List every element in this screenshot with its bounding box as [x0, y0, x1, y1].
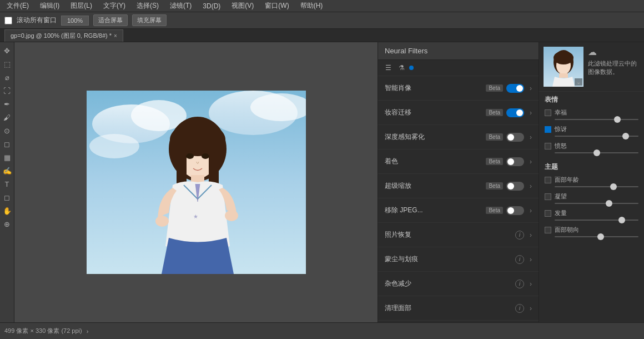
menu-help[interactable]: 帮助(H)	[298, 0, 325, 12]
tab-close-button[interactable]: ×	[114, 33, 117, 39]
canvas-area: ★	[14, 42, 378, 322]
zoom-input[interactable]	[61, 16, 89, 26]
filter-flask-icon[interactable]: ⚗	[396, 62, 407, 73]
chevron-right-icon: ›	[530, 109, 532, 117]
gaze-label: 凝望	[555, 192, 567, 201]
filter-item-photo-sketch[interactable]: 照片素描化 i ›	[378, 321, 539, 322]
filter-name: 蒙尘与划痕	[385, 255, 515, 264]
happiness-slider-track[interactable]	[555, 119, 638, 120]
hair-slider-thumb[interactable]	[618, 217, 625, 223]
menu-3d[interactable]: 3D(D)	[200, 1, 223, 11]
fit-screen-button[interactable]: 适合屏幕	[93, 14, 128, 26]
status-info: 499 像素 × 330 像素 (72 ppi)	[4, 327, 82, 335]
hair-slider-track[interactable]	[555, 220, 638, 221]
filter-badge-beta: Beta	[486, 84, 503, 92]
gradient-tool-icon[interactable]: ▦	[1, 151, 13, 163]
filter-toggle-off[interactable]	[506, 206, 524, 215]
info-icon[interactable]: i	[515, 280, 524, 288]
menu-layer[interactable]: 图层(L)	[68, 0, 94, 12]
menu-view[interactable]: 视图(V)	[229, 0, 256, 12]
filter-toggle-off[interactable]	[506, 133, 524, 142]
face-dir-slider-track[interactable]	[555, 236, 638, 237]
filter-item-photo-restore[interactable]: 照片恢复 i ›	[378, 223, 539, 247]
crop-tool-icon[interactable]: ⛶	[1, 84, 13, 97]
face-age-checkbox[interactable]	[545, 177, 551, 183]
face-dir-label-row: 面部朝向	[545, 226, 638, 234]
menu-file[interactable]: 文件(E)	[4, 0, 31, 12]
chevron-right-icon: ›	[530, 182, 532, 190]
pen-tool-icon[interactable]: ✍	[1, 164, 13, 177]
filter-toggle-off[interactable]	[506, 182, 524, 191]
filter-item-makeup[interactable]: 妆容迁移 Beta ›	[378, 101, 539, 125]
surprise-slider-track[interactable]	[555, 136, 638, 137]
chevron-right-icon: ›	[530, 158, 532, 166]
hand-tool-icon[interactable]: ✋	[1, 205, 13, 217]
filter-item-clean-face[interactable]: 清理面部 i ›	[378, 296, 539, 321]
filter-item-super-zoom[interactable]: 超级缩放 Beta ›	[378, 174, 539, 198]
canvas-svg: ★	[87, 91, 306, 274]
shape-tool-icon[interactable]: ◻	[1, 191, 13, 203]
cloud-icon: ☁	[588, 47, 640, 57]
menu-select[interactable]: 选择(S)	[134, 0, 161, 12]
filter-item-remove-jpeg[interactable]: 移除 JPEG... Beta ›	[378, 198, 539, 223]
menu-window[interactable]: 窗口(W)	[263, 0, 291, 12]
anger-slider-track[interactable]	[555, 152, 638, 153]
face-dir-slider-row: 面部朝向	[539, 224, 644, 241]
tab-bar: gp=0.jpg @ 100% (图层 0, RGB/8#) * ×	[0, 29, 644, 42]
filter-item-smart-portrait[interactable]: 智能肖像 Beta ›	[378, 76, 539, 101]
filter-toggle-on[interactable]	[506, 84, 524, 93]
filter-name: 超级缩放	[385, 181, 486, 191]
filter-item-depth-blur[interactable]: 深度感知雾化 Beta ›	[378, 125, 539, 149]
filter-item-noise-reduce[interactable]: 杂色减少 i ›	[378, 272, 539, 296]
select-tool-icon[interactable]: ⬚	[1, 58, 13, 70]
surprise-checkbox[interactable]	[545, 126, 551, 133]
filter-settings-icon[interactable]: ☰	[383, 62, 394, 73]
lasso-tool-icon[interactable]: ⌀	[1, 71, 13, 83]
hair-checkbox[interactable]	[545, 210, 551, 217]
filter-item-dust-scratches[interactable]: 蒙尘与划痕 i ›	[378, 247, 539, 272]
svg-rect-21	[559, 73, 568, 78]
scroll-all-checkbox[interactable]	[4, 17, 12, 24]
preview-chevron[interactable]: ⌄	[575, 78, 582, 86]
gaze-slider-row: 凝望	[539, 191, 644, 207]
svg-point-15	[202, 153, 209, 159]
eraser-tool-icon[interactable]: ◻	[1, 138, 13, 150]
gaze-checkbox[interactable]	[545, 193, 551, 200]
chevron-right-icon: ›	[530, 280, 532, 288]
text-tool-icon[interactable]: T	[1, 178, 13, 190]
anger-checkbox[interactable]	[545, 143, 551, 149]
happiness-slider-row: 幸福	[539, 107, 644, 123]
face-age-slider-track[interactable]	[555, 186, 638, 187]
move-tool-icon[interactable]: ✥	[1, 44, 13, 57]
menu-text[interactable]: 文字(Y)	[101, 0, 128, 12]
menu-filter[interactable]: 滤镜(T)	[168, 0, 194, 12]
face-age-slider-thumb[interactable]	[610, 183, 617, 190]
filter-toggle-on[interactable]	[506, 108, 524, 117]
surprise-slider-thumb[interactable]	[622, 133, 629, 139]
filter-toggle-off[interactable]	[506, 157, 524, 166]
face-dir-slider-thumb[interactable]	[597, 233, 604, 240]
eyedropper-tool-icon[interactable]: ✒	[1, 98, 13, 110]
info-icon[interactable]: i	[515, 231, 524, 240]
chevron-right-icon: ›	[530, 133, 532, 141]
zoom-tool-icon[interactable]: ⊕	[1, 218, 13, 230]
document-tab[interactable]: gp=0.jpg @ 100% (图层 0, RGB/8#) * ×	[4, 29, 123, 42]
filter-badge-beta: Beta	[486, 158, 503, 165]
gaze-slider-thumb[interactable]	[606, 200, 612, 207]
anger-slider-thumb[interactable]	[593, 149, 600, 156]
happiness-checkbox[interactable]	[545, 109, 551, 116]
menu-edit[interactable]: 编辑(I)	[38, 0, 62, 12]
info-icon[interactable]: i	[515, 255, 524, 264]
happiness-slider-thumb[interactable]	[614, 116, 621, 123]
gaze-slider-track[interactable]	[555, 203, 638, 204]
info-icon[interactable]: i	[515, 304, 524, 313]
filter-item-colorize[interactable]: 着色 Beta ›	[378, 149, 539, 174]
clone-tool-icon[interactable]: ⊙	[1, 124, 13, 137]
filter-active-dot	[409, 66, 414, 70]
fill-screen-button[interactable]: 填充屏幕	[132, 14, 167, 26]
tab-label: gp=0.jpg @ 100% (图层 0, RGB/8#) *	[11, 32, 112, 40]
toolbar: 滚动所有窗口 适合屏幕 填充屏幕	[0, 12, 644, 29]
brush-tool-icon[interactable]: 🖌	[1, 111, 13, 123]
svg-text:★: ★	[193, 213, 198, 220]
face-dir-checkbox[interactable]	[545, 227, 551, 233]
